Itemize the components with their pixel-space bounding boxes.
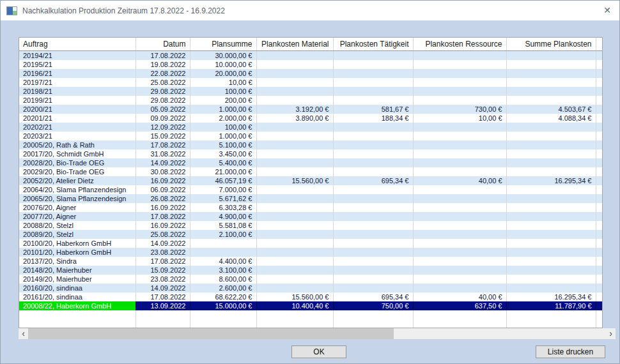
- cell-plankosten-material[interactable]: [256, 96, 333, 105]
- cell-auftrag[interactable]: 20202/21: [19, 123, 136, 132]
- cell-plankosten-taetigkeit[interactable]: [333, 221, 413, 230]
- cell-spacer[interactable]: [596, 149, 602, 158]
- table-row[interactable]: 20202/2112.09.2022100,00 €: [19, 123, 602, 132]
- cell-summe-plankosten[interactable]: [506, 284, 596, 292]
- cell-plankosten-material[interactable]: [256, 275, 333, 284]
- table-row[interactable]: 20194/2117.08.202230.000,00 €: [19, 50, 602, 60]
- cell-datum[interactable]: 19.08.2022: [136, 60, 190, 69]
- cell-plansumme[interactable]: 5.671,62 €: [190, 194, 256, 203]
- cell-plankosten-material[interactable]: [256, 266, 333, 275]
- cell-auftrag[interactable]: 20088/20, Stelzl: [19, 221, 136, 230]
- cell-summe-plankosten[interactable]: [506, 230, 596, 239]
- cell-plansumme[interactable]: 4.900,00 €: [190, 212, 256, 221]
- cell-datum[interactable]: 14.09.2022: [136, 158, 190, 167]
- cell-auftrag[interactable]: 20008/22, Haberkorn GmbH: [19, 301, 136, 310]
- cell-datum[interactable]: 13.09.2022: [136, 301, 190, 310]
- table-row[interactable]: 20195/2119.08.202210.000,00 €: [19, 60, 602, 69]
- cell-plansumme[interactable]: 4.400,00 €: [190, 257, 256, 266]
- cell-plankosten-taetigkeit[interactable]: [333, 212, 413, 221]
- cell-summe-plankosten[interactable]: [506, 96, 596, 105]
- close-button[interactable]: ✕: [600, 3, 614, 17]
- cell-summe-plankosten[interactable]: 16.295,34 €: [506, 292, 596, 301]
- cell-spacer[interactable]: [596, 221, 602, 230]
- cell-plankosten-material[interactable]: 15.560,00 €: [256, 292, 333, 301]
- cell-summe-plankosten[interactable]: [506, 239, 596, 248]
- cell-plankosten-taetigkeit[interactable]: 695,34 €: [333, 176, 413, 185]
- cell-plansumme[interactable]: 2.100,00 €: [190, 230, 256, 239]
- table-row[interactable]: 20076/20, Aigner16.09.20226.303,28 €: [19, 203, 602, 212]
- cell-datum[interactable]: 16.09.2022: [136, 176, 190, 185]
- cell-plankosten-taetigkeit[interactable]: [333, 60, 413, 69]
- cell-plankosten-material[interactable]: 3.192,00 €: [256, 105, 333, 114]
- cell-datum[interactable]: 29.08.2022: [136, 87, 190, 96]
- cell-spacer[interactable]: [596, 301, 602, 310]
- table-row[interactable]: 20017/20, Schmidt GmbH31.08.20223.450,00…: [19, 149, 602, 158]
- cell-plankosten-ressource[interactable]: [413, 257, 506, 266]
- cell-spacer[interactable]: [596, 292, 602, 301]
- cell-plankosten-material[interactable]: [256, 194, 333, 203]
- table-row[interactable]: 20137/20, Sindra17.08.20224.400,00 €: [19, 257, 602, 266]
- cell-spacer[interactable]: [596, 158, 602, 167]
- ok-button[interactable]: OK: [291, 345, 346, 358]
- cell-summe-plankosten[interactable]: [506, 140, 596, 149]
- table-row[interactable]: 20160/20, sindinaa14.09.20222.600,00 €: [19, 284, 602, 292]
- cell-plankosten-taetigkeit[interactable]: [333, 248, 413, 257]
- cell-plankosten-taetigkeit[interactable]: [333, 194, 413, 203]
- cell-plankosten-material[interactable]: [256, 257, 333, 266]
- cell-auftrag[interactable]: 20194/21: [19, 50, 136, 60]
- cell-plankosten-material[interactable]: [256, 158, 333, 167]
- cell-summe-plankosten[interactable]: [506, 221, 596, 230]
- cell-datum[interactable]: 23.08.2022: [136, 248, 190, 257]
- cell-plansumme[interactable]: 15.000,00 €: [190, 301, 256, 310]
- cell-plankosten-taetigkeit[interactable]: 695,34 €: [333, 292, 413, 301]
- cell-plankosten-ressource[interactable]: 10,00 €: [413, 114, 506, 123]
- cell-plansumme[interactable]: 100,00 €: [190, 87, 256, 96]
- cell-plankosten-material[interactable]: 3.890,00 €: [256, 114, 333, 123]
- cell-plankosten-ressource[interactable]: [413, 123, 506, 132]
- cell-plankosten-taetigkeit[interactable]: [333, 132, 413, 140]
- cell-plankosten-ressource[interactable]: [413, 248, 506, 257]
- cell-plankosten-ressource[interactable]: [413, 132, 506, 140]
- cell-auftrag[interactable]: 20160/20, sindinaa: [19, 284, 136, 292]
- table-row[interactable]: 20008/22, Haberkorn GmbH13.09.202215.000…: [19, 301, 602, 310]
- cell-plansumme[interactable]: 3.100,00 €: [190, 266, 256, 275]
- cell-plankosten-ressource[interactable]: [413, 158, 506, 167]
- cell-plankosten-taetigkeit[interactable]: 581,67 €: [333, 105, 413, 114]
- cell-plankosten-material[interactable]: [256, 87, 333, 96]
- cell-plankosten-ressource[interactable]: [413, 60, 506, 69]
- cell-summe-plankosten[interactable]: [506, 87, 596, 96]
- cell-auftrag[interactable]: 20201/21: [19, 114, 136, 123]
- cell-auftrag[interactable]: 20029/20, Bio-Trade OEG: [19, 167, 136, 176]
- cell-datum[interactable]: 12.09.2022: [136, 123, 190, 132]
- cell-auftrag[interactable]: 20101/20, Haberkorn GmbH: [19, 248, 136, 257]
- cell-spacer[interactable]: [596, 230, 602, 239]
- cell-summe-plankosten[interactable]: [506, 203, 596, 212]
- cell-datum[interactable]: 17.08.2022: [136, 292, 190, 301]
- cell-plankosten-taetigkeit[interactable]: [333, 158, 413, 167]
- cell-plankosten-taetigkeit[interactable]: [333, 257, 413, 266]
- table-row[interactable]: 20200/2105.09.20221.000,00 €3.192,00 €58…: [19, 105, 602, 114]
- cell-plankosten-ressource[interactable]: [413, 185, 506, 194]
- cell-plankosten-ressource[interactable]: [413, 203, 506, 212]
- cell-datum[interactable]: 15.09.2022: [136, 266, 190, 275]
- cell-plankosten-taetigkeit[interactable]: [333, 123, 413, 132]
- cell-spacer[interactable]: [596, 239, 602, 248]
- cell-datum[interactable]: 29.08.2022: [136, 96, 190, 105]
- cell-spacer[interactable]: [596, 132, 602, 140]
- cell-summe-plankosten[interactable]: [506, 212, 596, 221]
- table-row[interactable]: 20100/20, Haberkorn GmbH14.09.2022: [19, 239, 602, 248]
- cell-summe-plankosten[interactable]: 4.088,34 €: [506, 114, 596, 123]
- cell-spacer[interactable]: [596, 140, 602, 149]
- cell-summe-plankosten[interactable]: [506, 266, 596, 275]
- cell-plankosten-ressource[interactable]: [413, 140, 506, 149]
- cell-spacer[interactable]: [596, 105, 602, 114]
- cell-plankosten-material[interactable]: [256, 185, 333, 194]
- cell-plansumme[interactable]: 2.600,00 €: [190, 284, 256, 292]
- cell-spacer[interactable]: [596, 87, 602, 96]
- cell-plankosten-material[interactable]: 15.560,00 €: [256, 176, 333, 185]
- cell-plansumme[interactable]: 6.303,28 €: [190, 203, 256, 212]
- cell-plankosten-ressource[interactable]: [413, 50, 506, 60]
- cell-plansumme[interactable]: 5.581,08 €: [190, 221, 256, 230]
- table-row[interactable]: 20052/20, Atelier Dietz16.09.202246.057,…: [19, 176, 602, 185]
- cell-summe-plankosten[interactable]: [506, 275, 596, 284]
